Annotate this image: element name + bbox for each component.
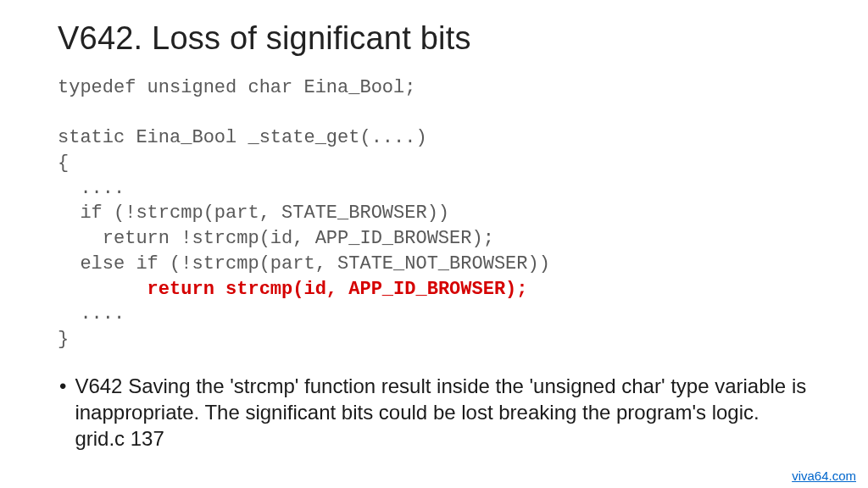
code-line-highlight: return strcmp(id, APP_ID_BROWSER); [103, 279, 528, 300]
code-line: } [58, 329, 69, 350]
bullet-dot-icon: • [59, 373, 66, 452]
bullet-text: V642 Saving the 'strcmp' function result… [75, 373, 810, 452]
code-line: .... [58, 178, 125, 199]
code-line: { [58, 152, 69, 174]
footer-link[interactable]: viva64.com [792, 469, 856, 483]
code-line: typedef unsigned char Eina_Bool; [58, 77, 415, 98]
code-line: static Eina_Bool _state_get(....) [58, 127, 427, 148]
code-line: return !strcmp(id, APP_ID_BROWSER); [58, 228, 494, 249]
slide-title: V642. Loss of significant bits [58, 20, 810, 57]
code-line: else if (!strcmp(part, STATE_NOT_BROWSER… [58, 253, 550, 274]
code-line: .... [58, 303, 125, 324]
code-block: typedef unsigned char Eina_Bool; static … [58, 75, 810, 352]
code-line: if (!strcmp(part, STATE_BROWSER)) [58, 202, 449, 224]
slide-content: V642. Loss of significant bits typedef u… [0, 0, 868, 452]
bullet-item: • V642 Saving the 'strcmp' function resu… [58, 373, 810, 452]
